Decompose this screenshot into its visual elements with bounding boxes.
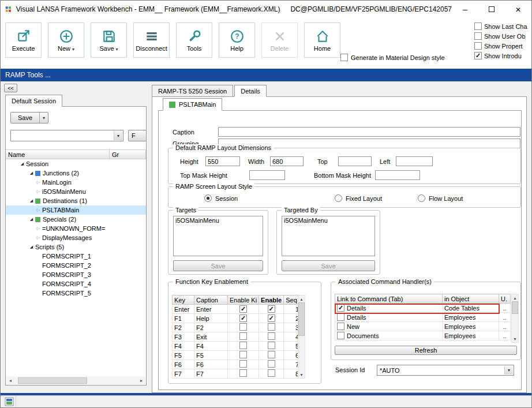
handlers-vertical-scrollbar[interactable]	[511, 294, 519, 343]
column-header-group[interactable]: Gr	[110, 149, 146, 159]
scroll-left-icon[interactable]	[6, 378, 14, 383]
caption-input[interactable]	[218, 127, 520, 137]
refresh-button[interactable]: Refresh	[335, 346, 517, 355]
show-last-checkbox[interactable]	[474, 23, 482, 30]
session-radio[interactable]	[204, 194, 212, 202]
handler-more-button[interactable]: ..	[501, 323, 508, 330]
expander-icon[interactable]	[29, 245, 34, 249]
handler-row-new-employees[interactable]: New Employees ..	[335, 322, 511, 331]
show-user-checkbox[interactable]	[474, 32, 482, 40]
fk-col-caption[interactable]: Caption	[194, 295, 228, 305]
fk-enable-key-checkbox[interactable]	[239, 360, 247, 368]
fk-enable-key-checkbox[interactable]	[239, 315, 247, 322]
tree-save-button[interactable]: Save	[10, 112, 48, 123]
fk-enable-key-checkbox[interactable]	[239, 342, 247, 349]
scroll-right-icon[interactable]	[137, 378, 145, 383]
targets-save-button[interactable]: Save	[173, 260, 263, 271]
fk-row[interactable]: F5F56	[173, 351, 301, 360]
handler-row-details-employees[interactable]: Details Employees ..	[335, 313, 511, 322]
fk-vertical-scrollbar[interactable]	[298, 295, 305, 379]
fk-row[interactable]: F7F78	[173, 369, 301, 379]
scrollbar-thumb[interactable]	[18, 377, 87, 384]
handler-col-object[interactable]: in Object	[443, 294, 499, 304]
tree-item-scripts[interactable]: Scripts (5)	[6, 242, 146, 252]
handler-row-documents-employees[interactable]: Documents Employees ..	[335, 331, 511, 340]
tab-details[interactable]: Details	[234, 85, 267, 97]
handler-checkbox[interactable]	[337, 304, 344, 312]
combo-dropdown-icon[interactable]	[114, 131, 122, 140]
handler-col-command[interactable]: Link to Command (Tab)	[335, 294, 443, 304]
bottom-mask-input[interactable]	[375, 170, 420, 180]
expander-icon[interactable]	[36, 226, 41, 231]
tree-item-formscript-5[interactable]: FORMSCRIPT_5	[6, 289, 146, 298]
expander-icon[interactable]	[29, 171, 34, 175]
fk-col-enable[interactable]: Enable	[259, 295, 284, 305]
fk-enable-checkbox[interactable]	[268, 351, 275, 358]
help-button[interactable]: ? Help	[219, 23, 255, 58]
left-input[interactable]	[396, 156, 433, 166]
tree-item-formscript-1[interactable]: FORMSCRIPT_1	[6, 252, 146, 261]
home-button[interactable]: Home	[304, 23, 340, 58]
show-introduction-checkbox[interactable]	[474, 52, 482, 59]
column-header-name[interactable]: Name	[6, 149, 110, 159]
handler-checkbox[interactable]	[337, 323, 344, 330]
disconnect-button[interactable]: Disconnect	[133, 23, 170, 58]
expander-icon[interactable]	[20, 162, 25, 166]
tab-default-session[interactable]: Default Session	[5, 95, 62, 107]
fk-enable-checkbox[interactable]	[268, 360, 275, 368]
tree-item-displaymessages[interactable]: DisplayMessages	[6, 233, 146, 242]
expander-icon[interactable]	[36, 189, 41, 194]
delete-button[interactable]: Delete	[261, 23, 298, 58]
close-button[interactable]	[505, 1, 531, 18]
expander-icon[interactable]	[29, 199, 34, 203]
handler-row-details-codetables[interactable]: Details Code Tables ..	[335, 304, 511, 313]
combo-dropdown-icon[interactable]	[504, 366, 513, 375]
fk-col-key[interactable]: Key	[173, 295, 194, 305]
targeted-by-list-item[interactable]: i5OSMainMenu	[282, 216, 374, 224]
material-design-checkbox[interactable]	[340, 54, 348, 61]
fk-col-enable-key[interactable]: Enable Ki	[228, 295, 259, 305]
tree-item-session[interactable]: Session	[6, 159, 146, 169]
handler-checkbox[interactable]	[337, 313, 344, 321]
minimize-button[interactable]	[452, 1, 478, 18]
fk-row[interactable]: F4F45	[173, 342, 301, 351]
fk-row[interactable]: EnterEnter1	[173, 305, 301, 314]
flow-layout-radio[interactable]	[418, 194, 425, 202]
fk-enable-checkbox[interactable]	[268, 315, 275, 322]
expander-icon[interactable]	[36, 180, 41, 185]
tree-item-formscript-2[interactable]: FORMSCRIPT_2	[6, 261, 146, 270]
fixed-layout-radio[interactable]	[335, 194, 342, 202]
fk-enable-key-checkbox[interactable]	[239, 323, 247, 331]
fk-enable-key-checkbox[interactable]	[239, 351, 247, 358]
fk-row[interactable]: F6F67	[173, 360, 301, 369]
targeted-by-listbox[interactable]: i5OSMainMenu	[282, 216, 375, 256]
find-button[interactable]: F	[128, 130, 147, 141]
tree-filter-combobox[interactable]	[10, 130, 123, 141]
tree-item-destinations[interactable]: Destinations (1)	[6, 196, 146, 205]
fk-enable-checkbox[interactable]	[268, 305, 275, 313]
tree-item-formscript-4[interactable]: FORMSCRIPT_4	[6, 279, 146, 289]
collapse-panel-button[interactable]: <<	[4, 84, 17, 92]
handler-more-button[interactable]: ..	[501, 332, 508, 339]
tree-item-junctions[interactable]: Junctions (2)	[6, 169, 146, 178]
new-button[interactable]: New	[48, 23, 84, 58]
expander-icon[interactable]	[36, 235, 41, 240]
scroll-up-icon[interactable]	[514, 294, 516, 301]
top-mask-input[interactable]	[249, 170, 285, 180]
status-cell[interactable]	[2, 396, 16, 407]
handler-more-button[interactable]: ..	[501, 305, 508, 312]
fk-row[interactable]: F1Help2	[173, 314, 301, 323]
targeted-by-save-button[interactable]: Save	[282, 260, 375, 271]
fk-enable-key-checkbox[interactable]	[239, 305, 247, 313]
fk-row[interactable]: F2F23	[173, 323, 301, 332]
height-input[interactable]	[205, 156, 240, 166]
fk-enable-checkbox[interactable]	[268, 323, 275, 331]
session-id-combobox[interactable]: *AUTO	[377, 365, 514, 376]
targets-listbox[interactable]: i5OSMainMenu	[173, 216, 263, 256]
expander-icon[interactable]	[36, 208, 41, 212]
scroll-up-icon[interactable]	[300, 295, 302, 302]
maximize-button[interactable]	[478, 1, 505, 18]
fk-enable-key-checkbox[interactable]	[239, 369, 247, 377]
fk-enable-checkbox[interactable]	[268, 342, 275, 349]
save-button[interactable]: Save	[91, 23, 127, 58]
